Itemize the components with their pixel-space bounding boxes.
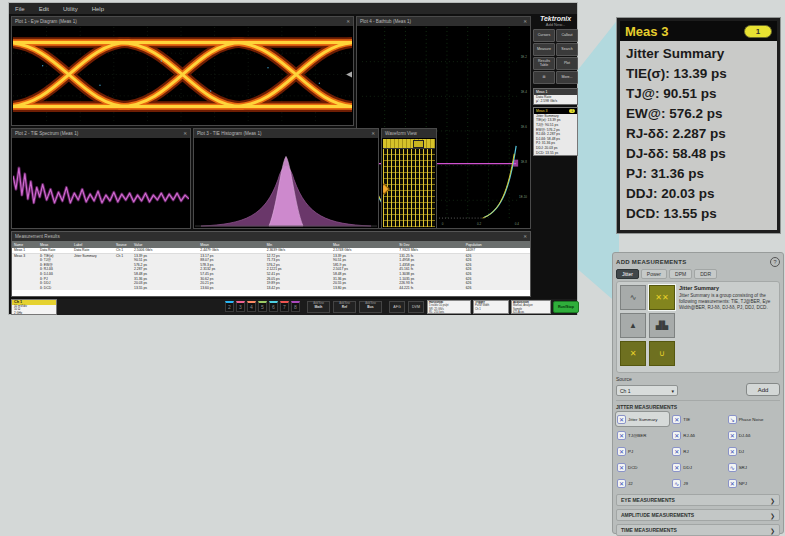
column-header-name: Name [12, 243, 38, 247]
measurement-item-tie[interactable]: ✕TIE [671, 412, 724, 426]
measurement-item-dcd[interactable]: ✕DCD [616, 460, 669, 474]
meas3-callout-panel: Meas 3 1 Jitter Summary TIE(σ): 13.39 ps… [617, 18, 780, 233]
search-button[interactable]: Search [556, 43, 578, 56]
measurement-item-label: SRJ [739, 465, 747, 470]
axis-tick-label: 0.4 [515, 222, 519, 226]
measurement-item-label: DJ-δδ [739, 433, 751, 438]
callout-header: Meas 3 1 [620, 21, 777, 41]
waveform-view-panel[interactable]: Waveform View [381, 128, 437, 229]
more-button[interactable]: More... [556, 71, 578, 84]
metric-separator: : [655, 206, 663, 221]
measurement-item-dj[interactable]: ✕DJ [727, 444, 780, 458]
measurement-item-pj[interactable]: ✕PJ [616, 444, 669, 458]
section-eye-measurements[interactable]: EYE MEASUREMENTS❯ [616, 494, 780, 506]
measurement-item-dj[interactable]: ✕DJ-δδ [727, 428, 780, 442]
channel-5-button[interactable]: 5 [258, 301, 267, 312]
add-new-math-button[interactable]: Add NewMath [307, 301, 330, 313]
measurement-detail: Jitter Summary Jitter Summary is a group… [679, 285, 776, 369]
close-icon[interactable]: ✕ [523, 234, 527, 239]
acquisition-settings-badge[interactable]: Acquisition Manual, Analyze Sample 625 A… [511, 300, 551, 314]
source-dropdown[interactable]: Ch 1 ▾ [616, 385, 678, 396]
dvm-button[interactable]: DVM [408, 301, 424, 313]
measurement-item-ddj[interactable]: ✕DDJ [671, 460, 724, 474]
column-header-mean: Mean [198, 243, 264, 247]
measurement-item-j9[interactable]: ∿J9 [671, 476, 724, 490]
spectrum-thumbnail[interactable]: ▲ [620, 313, 646, 338]
channel-2-button[interactable]: 2 [225, 301, 234, 312]
run-stop-button[interactable]: Run/Stop [553, 301, 579, 313]
tab-ddr[interactable]: DDR [694, 269, 717, 279]
j2-icon: ✕ [617, 479, 626, 488]
measurement-results-table[interactable]: Measurement Results ✕ NameMeasLabelSourc… [11, 231, 531, 297]
tab-jitter[interactable]: Jitter [616, 269, 639, 279]
measurement-item-phase-noise[interactable]: ↘Phase Noise [727, 412, 780, 426]
menu-edit[interactable]: Edit [39, 6, 49, 12]
meas1-badge[interactable]: Meas 1 Data Rate μ': 2.598 Gb/s [533, 88, 578, 105]
trigger-settings-badge[interactable]: Trigger Pulse Width Ch 1 [473, 300, 509, 314]
metric-label: DCD [626, 206, 655, 221]
jitter-measurements-grid: ✕Jitter Summary✕TIE↘Phase Noise✕TJ@BER✕R… [616, 412, 780, 490]
measurement-item-jitter-summary[interactable]: ✕Jitter Summary [616, 412, 669, 426]
menu-file[interactable]: File [15, 6, 25, 12]
eye-diagram-plot-panel[interactable]: Plot 1 - Eye Diagram (Meas 1) ✕ [11, 16, 354, 126]
bathtub-thumbnail[interactable]: ∪ [649, 341, 675, 366]
eye-width-thumbnail[interactable]: ✕ [620, 341, 646, 366]
metric-value: 58.48 ps [672, 146, 725, 161]
menu-utility[interactable]: Utility [63, 6, 78, 12]
trend-thumbnail[interactable]: ∿ [620, 285, 646, 310]
jitter-summary-thumbnail[interactable]: ✕✕ [649, 285, 675, 310]
measurement-item-rj[interactable]: ✕RJ [671, 444, 724, 458]
channel-4-button[interactable]: 4 [247, 301, 256, 312]
table-row[interactable]: δ: DCD13.55 ps13.60 ps13.42 ps13.80 ps44… [12, 286, 530, 291]
tie-spectrum-plot-panel[interactable]: Plot 2 - TIE Spectrum (Meas 1) ✕ [11, 128, 191, 229]
channel-7-button[interactable]: 7 [280, 301, 289, 312]
results-table-button[interactable]: Results Table [533, 57, 555, 70]
menu-help[interactable]: Help [92, 6, 104, 12]
close-icon[interactable]: ✕ [346, 19, 350, 24]
add-new-bus-button[interactable]: Add NewBus [359, 301, 382, 313]
histogram-thumbnail[interactable]: ▟▙ [649, 313, 675, 338]
plot-button[interactable]: Plot [556, 57, 578, 70]
callout-button[interactable]: Callout [556, 29, 578, 42]
tab-dpm[interactable]: DPM [669, 269, 692, 279]
channel-8-button[interactable]: 8 [291, 301, 300, 312]
measurement-item-srj[interactable]: ∿SRJ [727, 460, 780, 474]
cell [114, 286, 132, 291]
axis-tick-label: 0 [442, 222, 444, 226]
zoom-window-marker[interactable] [413, 140, 424, 148]
add-new-label: Add New... [533, 22, 578, 27]
help-icon[interactable]: ? [770, 257, 780, 267]
tab-power[interactable]: Power [641, 269, 667, 279]
channel-6-button[interactable]: 6 [269, 301, 278, 312]
jitter-measurements-section-header[interactable]: JITTER MEASUREMENTS [616, 400, 780, 410]
cursors-button[interactable]: Cursors [533, 29, 555, 42]
close-icon[interactable]: ✕ [371, 131, 375, 136]
histogram-plot-title: Plot 3 - TIE Histogram (Meas 1) [197, 131, 262, 136]
draw-a-box-button[interactable]: ⊞ [533, 71, 555, 84]
measurement-item-j2[interactable]: ✕J2 [616, 476, 669, 490]
section-amplitude-measurements[interactable]: AMPLITUDE MEASUREMENTS❯ [616, 509, 780, 521]
add-new-ref-button[interactable]: Add NewRef [333, 301, 356, 313]
eye-diagram-chart [13, 27, 352, 124]
section-time-measurements[interactable]: TIME MEASUREMENTS❯ [616, 524, 780, 536]
measurement-item-tj-ber[interactable]: ✕TJ@BER [616, 428, 669, 442]
close-icon[interactable]: ✕ [523, 19, 527, 24]
measurement-item-rj[interactable]: ✕RJ-δδ [671, 428, 724, 442]
measurement-item-npj[interactable]: ✕NPJ [727, 476, 780, 490]
metric-separator: : [643, 166, 651, 181]
add-button[interactable]: Add [746, 383, 780, 396]
tie-histogram-plot-panel[interactable]: Plot 3 - TIE Histogram (Meas 1) ✕ [193, 128, 379, 229]
measurement-item-label: J9 [683, 481, 688, 486]
dj-icon: ✕ [728, 431, 737, 440]
waveform-overview-strip[interactable] [383, 139, 435, 149]
meas3-badge[interactable]: Meas 3 1 Jitter SummaryTIE(σ): 13.39 psT… [533, 107, 578, 156]
cell: 7.9323 Mb/s [397, 248, 463, 253]
close-icon[interactable]: ✕ [183, 131, 187, 136]
horizontal-settings-badge[interactable]: Horizontal 5 ns/div 10 ps/pt SR: 25 GS/s… [427, 300, 471, 314]
afg-button[interactable]: AFG [389, 301, 405, 313]
channel-1-badge[interactable]: Ch 1 50 mV/div 50 Ω 2 GHz [11, 299, 57, 315]
measure-button[interactable]: Measure [533, 43, 555, 56]
cell: 13.42 ps [265, 286, 331, 291]
channel-3-button[interactable]: 3 [236, 301, 245, 312]
waveform-view-area [383, 139, 435, 227]
